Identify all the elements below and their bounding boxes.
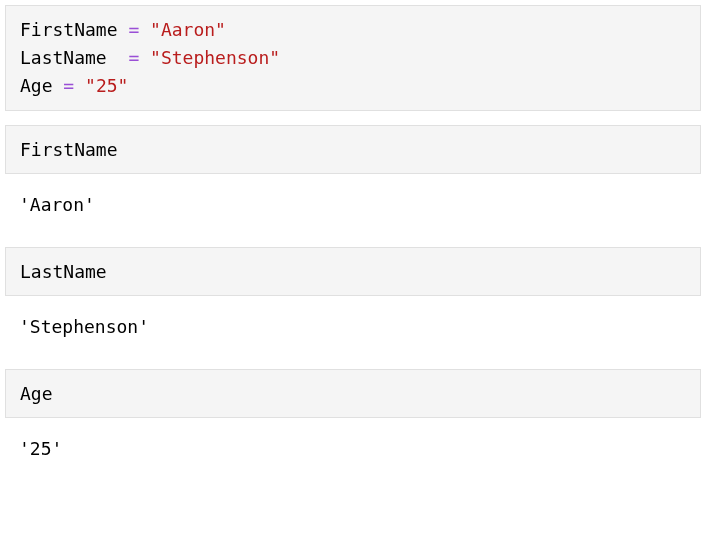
variable-name: LastName: [20, 47, 107, 68]
assign-op: =: [63, 75, 74, 96]
assign-op: =: [128, 19, 139, 40]
code-assignment-block: FirstName = "Aaron" LastName = "Stephens…: [5, 5, 701, 111]
output-value: '25': [19, 438, 62, 459]
code-line: LastName = "Stephenson": [20, 44, 686, 72]
variable-name: FirstName: [20, 19, 118, 40]
output-cell: 'Aaron': [5, 178, 701, 235]
code-line: Age = "25": [20, 72, 686, 100]
input-expression: Age: [20, 383, 53, 404]
input-cell: Age: [5, 369, 701, 418]
string-literal: "Stephenson": [150, 47, 280, 68]
output-value: 'Stephenson': [19, 316, 149, 337]
code-line: FirstName = "Aaron": [20, 16, 686, 44]
output-value: 'Aaron': [19, 194, 95, 215]
input-cell: LastName: [5, 247, 701, 296]
assign-op: =: [128, 47, 139, 68]
output-cell: 'Stephenson': [5, 300, 701, 357]
input-expression: FirstName: [20, 139, 118, 160]
string-literal: "Aaron": [150, 19, 226, 40]
variable-name: Age: [20, 75, 53, 96]
output-cell: '25': [5, 422, 701, 479]
string-literal: "25": [85, 75, 128, 96]
input-expression: LastName: [20, 261, 107, 282]
input-cell: FirstName: [5, 125, 701, 174]
